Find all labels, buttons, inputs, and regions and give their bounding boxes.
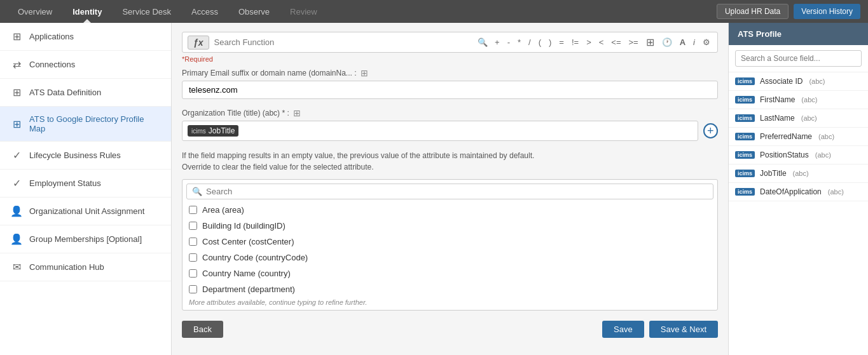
nav-observe[interactable]: Observe [228, 0, 280, 23]
save-next-button[interactable]: Save & Next [649, 321, 718, 338]
field-type-firstname: (abc) [801, 96, 817, 104]
search-icon: 🔍 [478, 37, 488, 47]
panel-search [729, 45, 868, 72]
greater-than-operator[interactable]: > [584, 36, 593, 48]
open-paren[interactable]: ( [537, 36, 543, 48]
equals-operator[interactable]: = [557, 36, 566, 48]
less-than-operator[interactable]: < [597, 36, 606, 48]
employment-status-icon: ✓ [10, 177, 23, 189]
close-paren[interactable]: ) [547, 36, 553, 48]
checkbox-building-id-label: Building Id (buildingID) [202, 221, 286, 231]
plus-operator[interactable]: + [493, 36, 502, 48]
grid-icon[interactable]: ⊞ [644, 35, 656, 50]
nav-identity[interactable]: Identity [62, 0, 112, 23]
panel-item-positionstatus[interactable]: icims PositionStatus (abc) [729, 146, 868, 164]
sidebar-label-ats-data-definition: ATS Data Definition [29, 88, 101, 97]
sidebar-label-employment-status: Employment Status [29, 178, 101, 188]
panel-item-firstname[interactable]: icims FirstName (abc) [729, 91, 868, 109]
content-area: ƒx 🔍 + - * / ( ) = != > < <= >= ⊞ [172, 23, 868, 355]
org-title-grid-icon[interactable]: ⊞ [293, 108, 301, 118]
sidebar-item-communication-hub[interactable]: ✉ Communication Hub [0, 253, 171, 281]
right-panel: ATS Profile icims Associate ID (abc) ici… [728, 23, 868, 355]
sidebar-item-employment-status[interactable]: ✓ Employment Status [0, 170, 171, 198]
sidebar-item-applications[interactable]: ⊞ Applications [0, 23, 171, 51]
formula-bar: ƒx 🔍 + - * / ( ) = != > < <= >= ⊞ [182, 32, 718, 53]
attribute-search-input[interactable] [206, 187, 708, 196]
not-equals-operator[interactable]: != [570, 36, 581, 48]
org-title-label: Organization Title (title) (abc) * : ⊞ [182, 108, 718, 118]
panel-item-dateofapplication[interactable]: icims DateOfApplication (abc) [729, 183, 868, 201]
info-icon[interactable]: i [691, 36, 697, 48]
checkbox-building-id[interactable]: Building Id (buildingID) [186, 219, 713, 232]
primary-email-grid-icon[interactable]: ⊞ [361, 68, 368, 78]
back-button[interactable]: Back [182, 321, 223, 338]
checkbox-country-code[interactable]: Country Code (countryCode) [186, 251, 713, 264]
top-nav-actions: Upload HR Data Version History [717, 4, 860, 19]
checkbox-cost-center-label: Cost Center (costCenter) [202, 237, 294, 246]
field-name-lastname: LastName [760, 114, 795, 123]
checkbox-department[interactable]: Department (department) [186, 283, 713, 296]
job-title-token[interactable]: icims JobTitle [188, 125, 238, 137]
checkbox-country-name[interactable]: Country Name (country) [186, 267, 713, 280]
panel-item-lastname[interactable]: icims LastName (abc) [729, 109, 868, 128]
clock-icon[interactable]: 🕐 [660, 36, 674, 48]
org-title-section: Organization Title (title) (abc) * : ⊞ i… [182, 108, 718, 141]
org-title-token-input[interactable]: icims JobTitle [182, 121, 698, 141]
sidebar-item-org-unit[interactable]: 👤 Organizational Unit Assignment [0, 198, 171, 225]
checkbox-building-id-input[interactable] [189, 222, 197, 230]
primary-email-label: Primary Email suffix or domain name (dom… [182, 68, 718, 78]
upload-hr-data-button[interactable]: Upload HR Data [717, 4, 789, 19]
field-name-associate-id: Associate ID [760, 77, 803, 86]
sidebar-item-connections[interactable]: ⇄ Connections [0, 51, 171, 79]
sidebar-label-applications: Applications [29, 32, 74, 41]
panel-header: ATS Profile [729, 23, 868, 45]
save-button[interactable]: Save [602, 321, 644, 338]
panel-item-jobtitle[interactable]: icims JobTitle (abc) [729, 164, 868, 183]
field-type-jobtitle: (abc) [793, 170, 809, 177]
divide-operator[interactable]: / [527, 36, 533, 48]
settings-icon[interactable]: ⚙ [701, 36, 712, 48]
center-content: ƒx 🔍 + - * / ( ) = != > < <= >= ⊞ [172, 23, 728, 355]
sidebar-item-ats-data-definition[interactable]: ⊞ ATS Data Definition [0, 79, 171, 107]
sidebar-label-group-memberships: Group Memberships [Optional] [29, 234, 142, 244]
checkbox-cost-center-input[interactable] [189, 238, 197, 246]
formula-search-input[interactable] [214, 37, 472, 47]
minus-operator[interactable]: - [506, 36, 512, 48]
multiply-operator[interactable]: * [516, 36, 523, 48]
primary-email-input[interactable] [182, 81, 718, 99]
sidebar-item-lifecycle-rules[interactable]: ✓ Lifecycle Business Rules [0, 142, 171, 170]
token-logo: icims [191, 128, 206, 135]
checkbox-cost-center[interactable]: Cost Center (costCenter) [186, 235, 713, 248]
search-input-wrapper: 🔍 [186, 184, 713, 199]
sidebar-label-connections: Connections [29, 60, 75, 69]
panel-item-associate-id[interactable]: icims Associate ID (abc) [729, 72, 868, 91]
ats-google-map-icon: ⊞ [10, 118, 23, 130]
checkbox-country-code-input[interactable] [189, 253, 197, 262]
formula-function-button[interactable]: ƒx [188, 36, 209, 50]
add-field-button[interactable]: + [703, 123, 718, 138]
field-type-lastname: (abc) [801, 114, 817, 122]
field-name-positionstatus: PositionStatus [760, 151, 809, 159]
sidebar-label-lifecycle-rules: Lifecycle Business Rules [29, 151, 121, 160]
checkbox-area[interactable]: Area (area) [186, 203, 713, 217]
field-type-dateofapplication: (abc) [828, 188, 844, 196]
text-icon[interactable]: A [678, 36, 687, 48]
panel-search-input[interactable] [735, 50, 862, 67]
version-history-button[interactable]: Version History [794, 4, 860, 19]
checkbox-department-input[interactable] [189, 285, 197, 293]
nav-access[interactable]: Access [181, 0, 228, 23]
nav-service-desk[interactable]: Service Desk [112, 0, 181, 23]
lifecycle-rules-icon: ✓ [10, 149, 23, 161]
checkbox-area-input[interactable] [189, 206, 197, 214]
sidebar-item-group-memberships[interactable]: 👤 Group Memberships [Optional] [0, 225, 171, 253]
sidebar-item-ats-google-map[interactable]: ⊞ ATS to Google Directory Profile Map [0, 107, 171, 142]
gte-operator[interactable]: >= [627, 36, 640, 48]
panel-item-preferredname[interactable]: icims PreferredName (abc) [729, 128, 868, 146]
checkbox-country-name-input[interactable] [189, 269, 197, 278]
nav-overview[interactable]: Overview [8, 0, 62, 23]
field-name-firstname: FirstName [760, 95, 795, 104]
field-name-dateofapplication: DateOfApplication [760, 187, 822, 196]
sidebar-label-communication-hub: Communication Hub [29, 262, 104, 272]
nav-review: Review [280, 0, 327, 23]
lte-operator[interactable]: <= [609, 36, 623, 48]
